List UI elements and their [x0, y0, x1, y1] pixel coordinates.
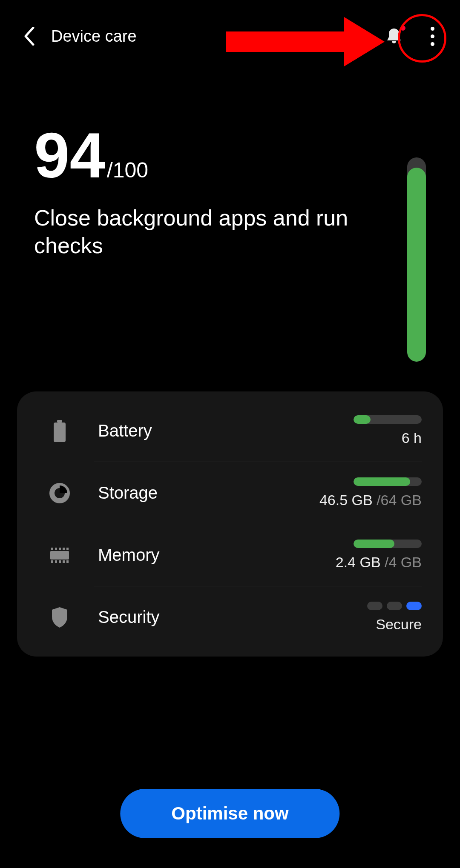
battery-icon — [47, 418, 72, 444]
svg-rect-0 — [57, 420, 62, 423]
memory-bar — [354, 540, 422, 548]
score-progress-bar — [407, 157, 426, 362]
battery-bar — [354, 415, 422, 424]
storage-row[interactable]: Storage 46.5 GB /64 GB — [17, 462, 443, 524]
more-options-button[interactable] — [422, 26, 443, 47]
optimise-button[interactable]: Optimise now — [120, 789, 339, 838]
battery-row[interactable]: Battery 6 h — [17, 400, 443, 462]
score-total: /100 — [107, 158, 148, 183]
storage-value: 46.5 GB /64 GB — [319, 492, 422, 508]
page-title: Device care — [51, 27, 137, 46]
score-message: Close background apps and run checks — [34, 204, 358, 260]
svg-rect-12 — [63, 560, 65, 563]
device-status-card: Battery 6 h Storage 46.5 GB /64 GB Memor… — [17, 391, 443, 657]
security-label: Security — [98, 608, 311, 627]
svg-rect-7 — [63, 548, 65, 550]
notifications-button[interactable] — [383, 26, 405, 47]
svg-rect-5 — [55, 548, 57, 550]
chevron-left-icon — [24, 27, 36, 46]
bell-icon — [385, 27, 402, 46]
svg-rect-3 — [50, 551, 69, 560]
security-row[interactable]: Security Secure — [17, 586, 443, 648]
storage-bar — [354, 477, 422, 486]
storage-icon — [47, 480, 72, 506]
security-status: Secure — [376, 616, 422, 633]
svg-rect-9 — [51, 560, 53, 563]
memory-icon — [47, 542, 72, 568]
back-button[interactable] — [17, 23, 43, 49]
svg-rect-6 — [59, 548, 61, 550]
memory-label: Memory — [98, 545, 311, 565]
memory-value: 2.4 GB /4 GB — [336, 554, 422, 571]
score-value: 94 — [34, 123, 105, 187]
svg-rect-11 — [59, 560, 61, 563]
shield-icon — [47, 605, 72, 630]
battery-value: 6 h — [402, 430, 422, 446]
battery-label: Battery — [98, 421, 311, 440]
security-indicator — [367, 602, 422, 610]
svg-rect-10 — [55, 560, 57, 563]
notification-dot-icon — [400, 26, 405, 31]
svg-rect-4 — [51, 548, 53, 550]
svg-rect-13 — [66, 560, 69, 563]
storage-label: Storage — [98, 483, 311, 503]
score-progress-fill — [407, 168, 426, 362]
svg-rect-8 — [66, 548, 69, 550]
memory-row[interactable]: Memory 2.4 GB /4 GB — [17, 524, 443, 586]
svg-rect-1 — [54, 423, 66, 442]
